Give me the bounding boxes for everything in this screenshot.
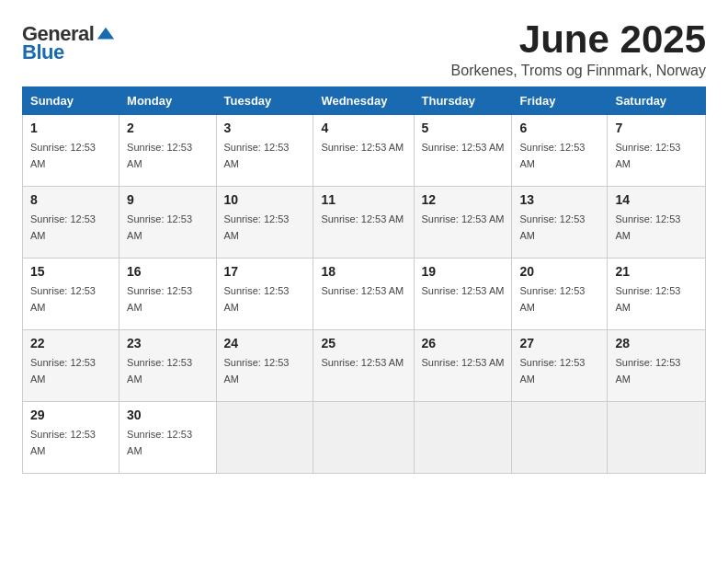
day-number: 29 <box>30 408 111 422</box>
calendar-cell: 1Sunrise: 12:53 AM <box>23 115 119 187</box>
sunrise-text: Sunrise: 12:53 AM <box>519 285 585 313</box>
sunrise-text: Sunrise: 12:53 AM <box>127 285 192 313</box>
column-header-tuesday: Tuesday <box>216 87 313 115</box>
calendar-cell: 25Sunrise: 12:53 AM <box>313 330 414 402</box>
calendar-cell: 18Sunrise: 12:53 AM <box>313 259 414 330</box>
calendar-cell: 28Sunrise: 12:53 AM <box>608 330 706 402</box>
day-number: 28 <box>615 336 698 350</box>
calendar-cell: 4Sunrise: 12:53 AM <box>313 115 414 187</box>
column-header-friday: Friday <box>512 87 608 115</box>
calendar-cell: 21Sunrise: 12:53 AM <box>608 259 706 330</box>
calendar-cell: 9Sunrise: 12:53 AM <box>119 187 216 259</box>
calendar: SundayMondayTuesdayWednesdayThursdayFrid… <box>22 86 706 474</box>
header: General Blue June 2025 Borkenes, Troms o… <box>22 18 706 79</box>
calendar-cell: 14Sunrise: 12:53 AM <box>608 187 706 259</box>
day-number: 4 <box>321 121 405 135</box>
calendar-cell: 13Sunrise: 12:53 AM <box>512 187 608 259</box>
location-title: Borkenes, Troms og Finnmark, Norway <box>451 63 706 79</box>
calendar-cell: 20Sunrise: 12:53 AM <box>512 259 608 330</box>
sunrise-text: Sunrise: 12:53 AM <box>615 142 680 169</box>
day-number: 10 <box>224 192 306 207</box>
month-title: June 2025 <box>451 18 706 61</box>
day-number: 8 <box>30 192 111 207</box>
calendar-cell: 6Sunrise: 12:53 AM <box>512 115 608 187</box>
sunrise-text: Sunrise: 12:53 AM <box>127 213 192 241</box>
calendar-cell: 3Sunrise: 12:53 AM <box>216 115 313 187</box>
svg-marker-0 <box>97 28 114 40</box>
sunrise-text: Sunrise: 12:53 AM <box>422 142 505 153</box>
calendar-cell: 17Sunrise: 12:53 AM <box>216 259 313 330</box>
day-number: 19 <box>422 264 505 279</box>
day-number: 5 <box>422 121 505 135</box>
week-row-2: 8Sunrise: 12:53 AM9Sunrise: 12:53 AM10Su… <box>23 187 706 259</box>
day-number: 20 <box>519 264 599 279</box>
day-number: 22 <box>30 336 111 350</box>
day-number: 17 <box>224 264 306 279</box>
calendar-cell: 22Sunrise: 12:53 AM <box>23 330 119 402</box>
calendar-cell <box>313 402 414 474</box>
day-number: 25 <box>321 336 405 350</box>
sunrise-text: Sunrise: 12:53 AM <box>321 213 404 224</box>
calendar-cell: 23Sunrise: 12:53 AM <box>119 330 216 402</box>
title-area: June 2025 Borkenes, Troms og Finnmark, N… <box>451 18 706 79</box>
calendar-cell: 10Sunrise: 12:53 AM <box>216 187 313 259</box>
day-number: 30 <box>127 408 208 422</box>
day-number: 12 <box>422 192 505 207</box>
calendar-cell: 8Sunrise: 12:53 AM <box>23 187 119 259</box>
sunrise-text: Sunrise: 12:53 AM <box>615 285 680 313</box>
calendar-cell: 30Sunrise: 12:53 AM <box>119 402 216 474</box>
column-header-sunday: Sunday <box>23 87 119 115</box>
sunrise-text: Sunrise: 12:53 AM <box>127 429 192 456</box>
logo: General Blue <box>22 22 116 64</box>
sunrise-text: Sunrise: 12:53 AM <box>30 142 96 169</box>
day-number: 18 <box>321 264 405 279</box>
calendar-cell: 16Sunrise: 12:53 AM <box>119 259 216 330</box>
calendar-header-row: SundayMondayTuesdayWednesdayThursdayFrid… <box>23 87 706 115</box>
calendar-cell <box>608 402 706 474</box>
column-header-monday: Monday <box>119 87 216 115</box>
sunrise-text: Sunrise: 12:53 AM <box>519 142 585 169</box>
day-number: 7 <box>615 121 698 135</box>
day-number: 9 <box>127 192 208 207</box>
sunrise-text: Sunrise: 12:53 AM <box>615 357 680 385</box>
calendar-cell: 11Sunrise: 12:53 AM <box>313 187 414 259</box>
sunrise-text: Sunrise: 12:53 AM <box>30 429 96 456</box>
sunrise-text: Sunrise: 12:53 AM <box>321 285 404 296</box>
day-number: 23 <box>127 336 208 350</box>
sunrise-text: Sunrise: 12:53 AM <box>224 357 290 385</box>
calendar-cell: 29Sunrise: 12:53 AM <box>23 402 119 474</box>
calendar-cell <box>512 402 608 474</box>
calendar-cell: 24Sunrise: 12:53 AM <box>216 330 313 402</box>
sunrise-text: Sunrise: 12:53 AM <box>615 213 680 241</box>
day-number: 2 <box>127 121 208 135</box>
day-number: 6 <box>519 121 599 135</box>
sunrise-text: Sunrise: 12:53 AM <box>422 285 505 296</box>
day-number: 24 <box>224 336 306 350</box>
sunrise-text: Sunrise: 12:53 AM <box>422 357 505 368</box>
sunrise-text: Sunrise: 12:53 AM <box>321 142 404 153</box>
column-header-wednesday: Wednesday <box>313 87 414 115</box>
week-row-4: 22Sunrise: 12:53 AM23Sunrise: 12:53 AM24… <box>23 330 706 402</box>
sunrise-text: Sunrise: 12:53 AM <box>30 357 96 385</box>
sunrise-text: Sunrise: 12:53 AM <box>422 213 505 224</box>
day-number: 26 <box>422 336 505 350</box>
sunrise-text: Sunrise: 12:53 AM <box>127 142 192 169</box>
week-row-1: 1Sunrise: 12:53 AM2Sunrise: 12:53 AM3Sun… <box>23 115 706 187</box>
calendar-cell: 12Sunrise: 12:53 AM <box>414 187 512 259</box>
week-row-5: 29Sunrise: 12:53 AM30Sunrise: 12:53 AM <box>23 402 706 474</box>
day-number: 14 <box>615 192 698 207</box>
sunrise-text: Sunrise: 12:53 AM <box>127 357 192 385</box>
day-number: 3 <box>224 121 306 135</box>
calendar-cell <box>414 402 512 474</box>
day-number: 13 <box>519 192 599 207</box>
day-number: 27 <box>519 336 599 350</box>
calendar-cell: 7Sunrise: 12:53 AM <box>608 115 706 187</box>
calendar-cell: 27Sunrise: 12:53 AM <box>512 330 608 402</box>
logo-icon <box>96 24 116 44</box>
day-number: 16 <box>127 264 208 279</box>
column-header-thursday: Thursday <box>414 87 512 115</box>
sunrise-text: Sunrise: 12:53 AM <box>30 285 96 313</box>
day-number: 11 <box>321 192 405 207</box>
sunrise-text: Sunrise: 12:53 AM <box>30 213 96 241</box>
column-header-saturday: Saturday <box>608 87 706 115</box>
